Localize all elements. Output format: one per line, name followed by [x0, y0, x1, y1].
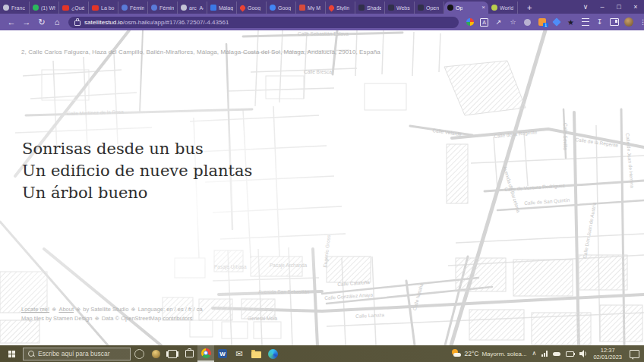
extension-star-icon[interactable]: ★ [564, 15, 577, 29]
weather-widget[interactable]: 22°C Mayorm. solea... [452, 349, 526, 358]
close-button[interactable]: × [627, 0, 644, 14]
shield-glyph [524, 19, 531, 26]
tab-malaga[interactable]: Málag [207, 2, 237, 14]
google-favicon [270, 5, 276, 11]
about-link[interactable]: About [58, 306, 74, 313]
chrome-icon [201, 348, 211, 358]
tab-google-maps[interactable]: Goog [237, 2, 267, 14]
language-switcher[interactable]: Language: en / es / fr / ca [138, 306, 203, 313]
tab-close-icon[interactable]: × [481, 5, 485, 11]
browser-menu-icon[interactable]: ⋮ [636, 15, 644, 29]
windows-logo-icon [8, 351, 15, 357]
download-icon[interactable]: ↧ [593, 15, 606, 29]
widget-figure-button[interactable] [147, 345, 164, 362]
tab-shade[interactable]: Shade [355, 2, 385, 14]
tab-google[interactable]: Goog [267, 2, 296, 14]
openstreetmap-link[interactable]: Data © OpenStreetMap contributors [102, 315, 193, 322]
tab-open[interactable]: Open [415, 2, 444, 14]
task-view-button[interactable] [164, 345, 181, 362]
tab-youtube-1[interactable]: ¿Qué [59, 2, 89, 14]
tab-whatsapp[interactable]: (1) Wh [30, 2, 59, 14]
weather-description: Mayorm. solea... [481, 351, 526, 357]
tab-label: Webs [396, 5, 410, 11]
taskbar-search-input[interactable]: Escribe aquí para buscar [23, 348, 131, 360]
minimize-button[interactable]: – [594, 0, 611, 14]
tab-label: Málag [219, 5, 233, 11]
osm-haiku-favicon [447, 5, 453, 11]
edge-button[interactable] [264, 345, 281, 362]
tab-world[interactable]: World [488, 2, 518, 14]
search-placeholder: Escribe aquí para buscar [38, 350, 110, 357]
word-button[interactable]: W [214, 345, 231, 362]
file-explorer-button[interactable] [248, 345, 264, 362]
extension-badge: 1 [543, 23, 548, 27]
action-center-icon[interactable] [630, 350, 639, 358]
tray-expand-icon[interactable]: ∧ [532, 351, 537, 357]
reading-list-icon[interactable] [579, 15, 592, 29]
avatar [624, 17, 633, 27]
forward-icon[interactable]: → [20, 18, 33, 27]
battery-icon[interactable] [566, 351, 574, 357]
tab-webs[interactable]: Webs [385, 2, 415, 14]
tab-osm-haiku-active[interactable]: Op× [444, 2, 488, 14]
tab-label: Franc [11, 5, 25, 11]
tab-femin-1[interactable]: Fémin [118, 2, 148, 14]
profile-avatar[interactable] [622, 15, 635, 29]
list-glyph [582, 18, 589, 26]
tab-franc[interactable]: Franc [0, 2, 30, 14]
stamen-design-link[interactable]: Map tiles by Stamen Design [21, 315, 92, 322]
tab-arc-a4[interactable]: arc_A4 [178, 2, 207, 14]
reload-icon[interactable]: ↻ [35, 18, 49, 27]
globe-favicon [181, 5, 187, 11]
address-bar[interactable]: satellitestud.io/osm-haiku/app/#17/36.72… [68, 17, 459, 28]
mail-button[interactable]: ✉ [231, 345, 248, 362]
tab-label: My M [308, 5, 320, 11]
maximize-button[interactable]: □ [611, 0, 627, 14]
windows-taskbar: Escribe aquí para buscar W ✉ 22°C Mayorm… [0, 345, 644, 362]
store-button[interactable] [181, 345, 197, 362]
url-domain: satellitestud.io [84, 19, 123, 26]
tab-label: Fémin [130, 5, 144, 11]
tab-femin-2[interactable]: Fémin [148, 2, 178, 14]
tab-youtube-2[interactable]: La bo [89, 2, 118, 14]
chrome-button[interactable] [197, 345, 214, 362]
footer-separator: ※ [52, 306, 56, 313]
site-favicon [151, 5, 157, 11]
bookmark-star-icon[interactable]: ☆ [507, 15, 519, 29]
tab-label: Stylin [336, 5, 349, 11]
tab-search-icon[interactable]: ∨ [577, 0, 594, 14]
panel-glyph [610, 18, 619, 26]
haiku-line-3: Un árbol bueno [22, 182, 252, 204]
edge-icon [268, 349, 278, 359]
taskbar-clock[interactable]: 12:37 02/01/2023 [593, 347, 622, 360]
tab-label: (1) Wh [41, 5, 55, 11]
translate-glyph: A [480, 18, 488, 27]
share-icon[interactable]: ↗ [492, 15, 505, 29]
locate-me-link[interactable]: Locate me! [21, 306, 49, 313]
side-panel-icon[interactable] [608, 15, 620, 29]
translate-icon[interactable]: A [478, 15, 491, 29]
new-tab-button[interactable]: + [524, 2, 535, 14]
tab-label: Shade [367, 5, 381, 11]
tab-label: Open [426, 5, 439, 11]
tab-styling[interactable]: Stylin [326, 2, 355, 14]
satellite-studio-link[interactable]: by Satellite Studio [83, 306, 128, 313]
volume-icon[interactable] [579, 350, 588, 357]
home-icon[interactable]: ⌂ [50, 18, 64, 27]
mail-icon: ✉ [235, 350, 242, 358]
tab-my-maps[interactable]: My M [296, 2, 326, 14]
network-icon[interactable] [541, 351, 548, 357]
sun-cloud-icon [452, 349, 461, 358]
youtube-favicon [92, 5, 99, 11]
extension-spark-icon[interactable] [550, 15, 563, 29]
search-highlights-button[interactable] [131, 345, 147, 362]
start-button[interactable] [0, 345, 23, 362]
my-maps-favicon [299, 5, 305, 11]
onedrive-icon[interactable] [553, 352, 560, 356]
extension-orange-icon[interactable]: 1 [535, 15, 548, 29]
tab-label: Fémin [159, 5, 174, 11]
extension-shield-icon[interactable] [521, 15, 534, 29]
google-apps-icon[interactable] [463, 15, 476, 29]
youtube-favicon [62, 5, 69, 11]
back-icon[interactable]: ← [5, 18, 18, 27]
